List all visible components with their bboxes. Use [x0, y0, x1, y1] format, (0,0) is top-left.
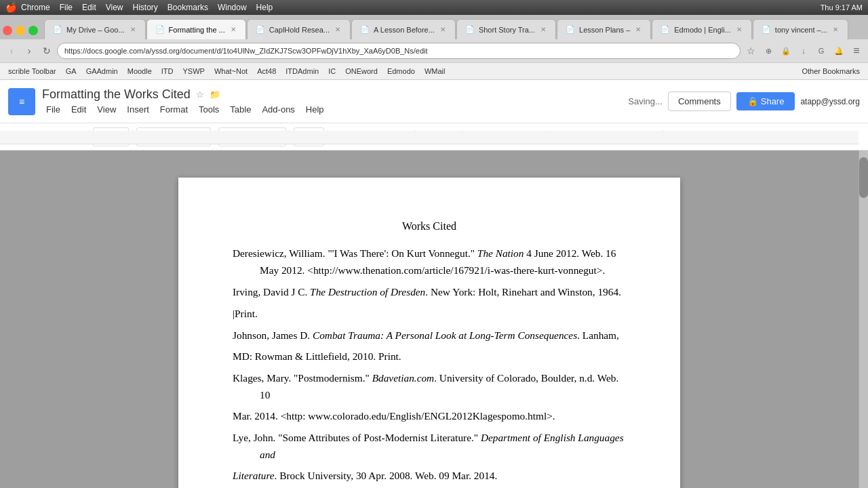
docs-document-title[interactable]: Formatting the Works Cited — [42, 87, 191, 102]
scrollbar-track[interactable] — [859, 150, 868, 488]
share-label: Share — [761, 96, 785, 106]
bookmark-itd-label: ITD — [161, 67, 174, 75]
minimize-window-button[interactable] — [16, 26, 25, 35]
bookmark-star-icon[interactable]: ☆ — [743, 43, 758, 58]
citation-2-italic: The Destruction of Dresden — [310, 286, 425, 298]
works-cited-title: Works Cited — [233, 218, 626, 235]
bookmarks-bar: scrible Toolbar GA GAAdmin Moodle ITD YS… — [0, 62, 868, 80]
share-button[interactable]: 🔒 Share — [736, 92, 795, 110]
tab-lessonplans[interactable]: 📄 Lesson Plans – ✕ — [557, 19, 651, 39]
extension-icon-1[interactable]: ⊕ — [761, 43, 776, 58]
tab-label-edmodo: Edmodo | Engli... — [674, 26, 731, 34]
tab-caplhold[interactable]: 📄 CaplHold Resea... ✕ — [247, 19, 351, 39]
citation-4: Klages, Mary. "Postmodernism." Bdavetian… — [233, 370, 626, 403]
tab-tony[interactable]: 📄 tony vincent –... ✕ — [753, 19, 848, 39]
tab-shortstory[interactable]: 📄 Short Story Tra... ✕ — [456, 19, 556, 39]
docs-table-menu[interactable]: Table — [226, 103, 255, 116]
mac-titlebar: 🍎 Chrome File Edit View History Bookmark… — [0, 0, 868, 15]
bookmarks-menu-item[interactable]: Bookmarks — [167, 3, 208, 12]
chrome-menu-button[interactable]: ≡ — [849, 43, 864, 58]
tab-formatting[interactable]: 📄 Formatting the ... ✕ — [146, 19, 246, 39]
tab-close-formatting[interactable]: ✕ — [229, 26, 237, 33]
docs-edit-menu[interactable]: Edit — [67, 103, 90, 116]
back-button[interactable]: ‹ — [4, 43, 19, 58]
bookmark-other[interactable]: Other Bookmarks — [797, 66, 864, 77]
citation-3-italic: Combat Trauma: A Personal Look at Long-T… — [313, 329, 577, 341]
citation-1-normal: Deresiewicz, William. "'I Was There': On… — [233, 247, 477, 259]
citation-1-italic: The Nation — [477, 247, 524, 259]
bookmark-act48[interactable]: Act48 — [253, 66, 280, 77]
tab-close-mydrive[interactable]: ✕ — [129, 26, 137, 33]
forward-button[interactable]: › — [22, 43, 37, 58]
docs-insert-menu[interactable]: Insert — [123, 103, 153, 116]
comments-button[interactable]: Comments — [668, 92, 731, 111]
folder-icon[interactable]: 📁 — [210, 89, 220, 100]
tab-close-tony[interactable]: ✕ — [831, 26, 840, 33]
extension-icon-2[interactable]: 🔒 — [778, 43, 793, 58]
tab-close-lessonplans[interactable]: ✕ — [634, 26, 642, 33]
citation-5-cont: Literature. Brock University, 30 Apr. 20… — [233, 468, 626, 484]
edit-menu-item[interactable]: Edit — [82, 3, 96, 12]
tab-lesson[interactable]: 📄 A Lesson Before... ✕ — [351, 19, 456, 39]
bookmark-edmodo-label: Edmodo — [387, 67, 415, 75]
view-menu-item[interactable]: View — [106, 3, 123, 12]
docs-help-menu[interactable]: Help — [302, 103, 328, 116]
extension-icon-5[interactable]: 🔔 — [831, 43, 846, 58]
bookmark-scrible-label: scrible Toolbar — [8, 67, 56, 75]
docs-file-menu[interactable]: File — [42, 103, 64, 116]
bookmark-yswp-label: YSWP — [183, 67, 205, 75]
reload-button[interactable]: ↻ — [39, 43, 54, 58]
docs-addons-menu[interactable]: Add-ons — [258, 103, 298, 116]
bookmark-wmail-label: WMail — [425, 67, 446, 75]
bookmark-edmodo[interactable]: Edmodo — [383, 66, 419, 77]
tab-label-formatting: Formatting the ... — [169, 26, 225, 34]
bookmark-whatnot-label: What~Not — [214, 67, 248, 75]
apple-menu-icon[interactable]: 🍎 — [5, 2, 17, 13]
close-window-button[interactable] — [3, 26, 12, 35]
docs-tools-menu[interactable]: Tools — [195, 103, 223, 116]
mac-titlebar-left: 🍎 Chrome File Edit View History Bookmark… — [5, 2, 273, 13]
document-page: Works Cited Deresiewicz, William. "'I Wa… — [178, 178, 680, 488]
extension-icon-3[interactable]: ↓ — [796, 43, 811, 58]
tab-favicon-tony: 📄 — [762, 25, 771, 35]
tab-mydrive[interactable]: 📄 My Drive – Goo... ✕ — [44, 19, 146, 39]
bookmark-scrible[interactable]: scrible Toolbar — [4, 66, 60, 77]
docs-format-menu[interactable]: Format — [156, 103, 192, 116]
tab-close-caplhold[interactable]: ✕ — [334, 26, 342, 33]
page-area[interactable]: Works Cited Deresiewicz, William. "'I Wa… — [0, 150, 859, 488]
address-bar[interactable]: https://docs.google.com/a/yssd.org/docum… — [57, 43, 741, 59]
bookmark-whatnot[interactable]: What~Not — [210, 66, 252, 77]
bookmark-moodle-label: Moodle — [127, 67, 152, 75]
tab-favicon-edmodo: 📄 — [660, 25, 670, 35]
tab-label-shortstory: Short Story Tra... — [479, 26, 535, 34]
browser-frame: 📄 My Drive – Goo... ✕ 📄 Formatting the .… — [0, 15, 868, 80]
tab-favicon-lesson: 📄 — [360, 25, 370, 35]
tab-close-lesson[interactable]: ✕ — [439, 26, 447, 33]
history-menu-item[interactable]: History — [133, 3, 158, 12]
bookmark-moodle[interactable]: Moodle — [123, 66, 156, 77]
bookmark-yswp[interactable]: YSWP — [179, 66, 209, 77]
bookmark-itdadmin[interactable]: ITDAdmin — [281, 66, 323, 77]
file-menu-item[interactable]: File — [60, 3, 73, 12]
docs-view-menu[interactable]: View — [93, 103, 120, 116]
citation-5: Lye, John. "Some Attributes of Post-Mode… — [233, 430, 626, 463]
user-email[interactable]: atapp@yssd.org — [800, 97, 860, 106]
tab-close-shortstory[interactable]: ✕ — [539, 26, 547, 33]
help-menu-item[interactable]: Help — [256, 3, 273, 12]
bookmark-oneword[interactable]: ONEword — [341, 66, 382, 77]
maximize-window-button[interactable] — [28, 26, 38, 35]
bookmark-ic[interactable]: IC — [324, 66, 340, 77]
extension-icon-4[interactable]: G — [814, 43, 829, 58]
star-icon[interactable]: ☆ — [196, 89, 204, 100]
bookmark-wmail[interactable]: WMail — [420, 66, 450, 77]
chrome-menu-item[interactable]: Chrome — [21, 3, 50, 12]
tab-edmodo[interactable]: 📄 Edmodo | Engli... ✕ — [652, 19, 752, 39]
bookmark-gaadmin[interactable]: GAAdmin — [82, 66, 122, 77]
bookmark-act48-label: Act48 — [257, 67, 276, 75]
window-menu-item[interactable]: Window — [218, 3, 247, 12]
tab-close-edmodo[interactable]: ✕ — [735, 26, 743, 33]
bookmark-ga[interactable]: GA — [62, 66, 81, 77]
bookmark-itd[interactable]: ITD — [157, 66, 178, 77]
docs-container: ≡ Formatting the Works Cited ☆ 📁 File Ed… — [0, 80, 868, 488]
scrollbar-thumb[interactable] — [859, 157, 868, 198]
